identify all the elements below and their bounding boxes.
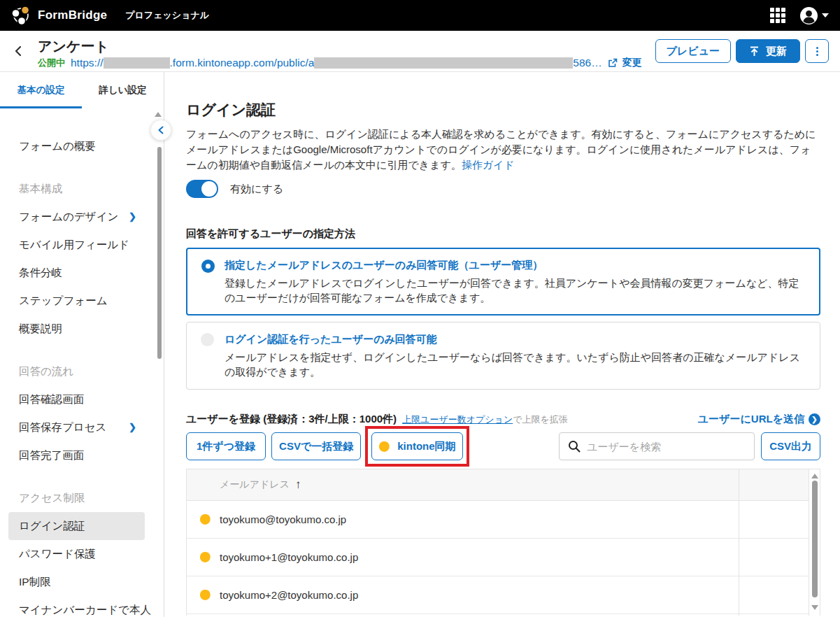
- option-any-logged-in-user[interactable]: ログイン認証を行ったユーザーのみ回答可能 メールアドレスを指定せず、ログインした…: [186, 322, 820, 390]
- sidebar-item-login-auth[interactable]: ログイン認証: [8, 512, 145, 540]
- limit-option-link[interactable]: 上限ユーザー数オプション: [402, 413, 513, 426]
- public-url[interactable]: https://.form.kintoneapp.com/public/a586…: [71, 57, 602, 69]
- header-actions: プレビュー 更新: [655, 39, 829, 63]
- table-row[interactable]: toyokumo@toyokumo.co.jp: [187, 501, 820, 539]
- enable-toggle-row: 有効にする: [186, 180, 820, 198]
- section-description: フォームへのアクセス時に、ログイン認証による本人確認を求めることができます。有効…: [186, 127, 820, 173]
- redacted-block: [104, 57, 170, 69]
- chevron-left-icon: [13, 45, 23, 57]
- limit-option-suffix: で上限を拡張: [513, 413, 568, 426]
- radio-unselected-icon[interactable]: [201, 333, 214, 346]
- table-header-row[interactable]: メールアドレス ↑: [187, 469, 820, 501]
- column-divider: [739, 469, 739, 616]
- sidebar-item-password-protection[interactable]: パスワード保護: [0, 540, 164, 568]
- option-title: ログイン認証を行ったユーザーのみ回答可能: [225, 332, 806, 346]
- option-description: 登録したメールアドレスでログインしたユーザーが回答できます。社員アンケートや会員…: [225, 276, 805, 305]
- users-table: メールアドレス ↑ toyokumo@toyokumo.co.jp toyoku…: [186, 469, 820, 616]
- scroll-down-arrow[interactable]: [811, 605, 818, 610]
- register-users-row: ユーザーを登録 (登録済：3件/上限：1000件) 上限ユーザー数オプション で…: [186, 413, 820, 426]
- back-button[interactable]: [10, 43, 27, 59]
- scrollbar-divider: [809, 469, 809, 616]
- redacted-block: [314, 57, 573, 69]
- toggle-knob: [201, 181, 217, 197]
- url-suffix: 586…: [573, 57, 601, 69]
- option-specified-users[interactable]: 指定したメールアドレスのユーザーのみ回答可能（ユーザー管理） 登録したメールアド…: [186, 248, 820, 315]
- user-search-input[interactable]: [587, 441, 746, 453]
- enable-toggle[interactable]: [186, 180, 218, 198]
- option-title: 指定したメールアドレスのユーザーのみ回答可能（ユーザー管理）: [225, 258, 805, 271]
- page-title: アンケート: [38, 38, 642, 55]
- table-row[interactable]: toyokumo+2@toyokumo.co.jp: [187, 576, 820, 614]
- register-single-button[interactable]: 1件ずつ登録: [186, 432, 266, 460]
- section-title: ログイン認証: [186, 101, 820, 118]
- url-prefix: https://: [71, 57, 104, 69]
- external-link-icon[interactable]: [608, 58, 618, 68]
- email-cell: toyokumo+1@toyokumo.co.jp: [220, 551, 358, 563]
- csv-export-button[interactable]: CSV出力: [761, 432, 820, 460]
- search-icon: [568, 440, 581, 453]
- user-search-box: [559, 432, 755, 460]
- kintone-icon: [199, 551, 211, 563]
- send-url-link[interactable]: ユーザーにURLを送信 ❯: [698, 413, 820, 426]
- topbar: FormBridge プロフェッショナル: [0, 0, 840, 31]
- sidebar-item-confirm-screen[interactable]: 回答確認画面: [0, 385, 164, 413]
- more-options-button[interactable]: [805, 39, 829, 63]
- update-button[interactable]: 更新: [736, 39, 800, 63]
- caret-down-icon: [822, 13, 829, 17]
- email-cell: toyokumo@toyokumo.co.jp: [220, 513, 346, 525]
- apps-grid-icon[interactable]: [770, 8, 785, 23]
- form-header: アンケート 公開中 https://.form.kintoneapp.com/p…: [0, 31, 840, 72]
- method-label: 回答を許可するユーザーの指定方法: [186, 227, 820, 239]
- formbridge-logo[interactable]: [11, 6, 31, 25]
- tab-basic-settings[interactable]: 基本の設定: [0, 72, 82, 108]
- sidebar-item-mynumber-card[interactable]: マイナンバーカードで本人: [0, 596, 164, 617]
- preview-button[interactable]: プレビュー: [655, 39, 731, 63]
- csv-bulk-register-button[interactable]: CSVで一括登録: [271, 432, 361, 460]
- scroll-up-arrow[interactable]: [811, 474, 818, 478]
- user-avatar-icon: [799, 6, 818, 25]
- sidebar-collapse-button[interactable]: [150, 120, 171, 141]
- annotation-highlight-box: kintone同期: [365, 426, 469, 467]
- sidebar-scrollbar[interactable]: [157, 147, 162, 359]
- enable-toggle-label: 有効にする: [230, 183, 283, 196]
- sidebar-item-complete-screen[interactable]: 回答完了画面: [0, 441, 164, 469]
- kintone-icon: [378, 441, 390, 453]
- sidebar-section-access-restriction: アクセス制限: [0, 484, 164, 512]
- sidebar-item-mobile-fields[interactable]: モバイル用フィールド: [0, 231, 164, 259]
- chevron-right-icon: ❯: [129, 413, 136, 441]
- chevron-right-icon: ❯: [129, 203, 136, 231]
- sidebar-section-response-flow: 回答の流れ: [0, 357, 164, 385]
- change-url-link[interactable]: 変更: [622, 57, 642, 69]
- sidebar-item-overview-description[interactable]: 概要説明: [0, 315, 164, 343]
- sidebar-item-form-design[interactable]: フォームのデザイン❯: [0, 203, 164, 231]
- table-scrollbar[interactable]: [809, 469, 820, 616]
- sidebar-item-save-process[interactable]: 回答保存プロセス❯: [0, 413, 164, 441]
- topbar-right: [770, 6, 829, 25]
- guide-link[interactable]: 操作ガイド: [462, 159, 515, 171]
- radio-selected-icon[interactable]: [201, 260, 215, 273]
- sort-ascending-icon[interactable]: ↑: [295, 478, 301, 492]
- account-menu[interactable]: [799, 6, 829, 25]
- tab-advanced-settings[interactable]: 詳しい設定: [82, 72, 164, 108]
- status-published: 公開中: [38, 57, 65, 69]
- update-button-label: 更新: [766, 45, 787, 58]
- arrow-circle-icon: ❯: [809, 413, 820, 425]
- email-column-header[interactable]: メールアドレス: [220, 478, 290, 491]
- send-url-label: ユーザーにURLを送信: [698, 413, 804, 426]
- sidebar-item-step-form[interactable]: ステップフォーム: [0, 287, 164, 315]
- url-line: 公開中 https://.form.kintoneapp.com/public/…: [38, 57, 642, 69]
- upload-icon: [749, 46, 760, 57]
- option-description: メールアドレスを指定せず、ログインしたユーザーならば回答できます。いたずら防止や…: [225, 350, 806, 379]
- brand-name: FormBridge: [38, 8, 107, 22]
- sidebar-item-label: 回答保存プロセス: [19, 421, 106, 433]
- register-users-label: ユーザーを登録 (登録済：3件/上限：1000件): [186, 413, 397, 426]
- sidebar-menu: フォームの概要 基本構成 フォームのデザイン❯ モバイル用フィールド 条件分岐 …: [0, 108, 164, 617]
- sidebar-section-basic-structure: 基本構成: [0, 175, 164, 203]
- sidebar-item-form-overview[interactable]: フォームの概要: [0, 132, 164, 160]
- sidebar-scroll-up-arrow[interactable]: [155, 112, 162, 117]
- kintone-sync-button[interactable]: kintone同期: [371, 432, 462, 460]
- sidebar-item-ip-restriction[interactable]: IP制限: [0, 568, 164, 596]
- scroll-thumb[interactable]: [812, 481, 818, 597]
- table-row[interactable]: toyokumo+1@toyokumo.co.jp: [187, 539, 820, 576]
- sidebar-item-conditional-branch[interactable]: 条件分岐: [0, 259, 164, 287]
